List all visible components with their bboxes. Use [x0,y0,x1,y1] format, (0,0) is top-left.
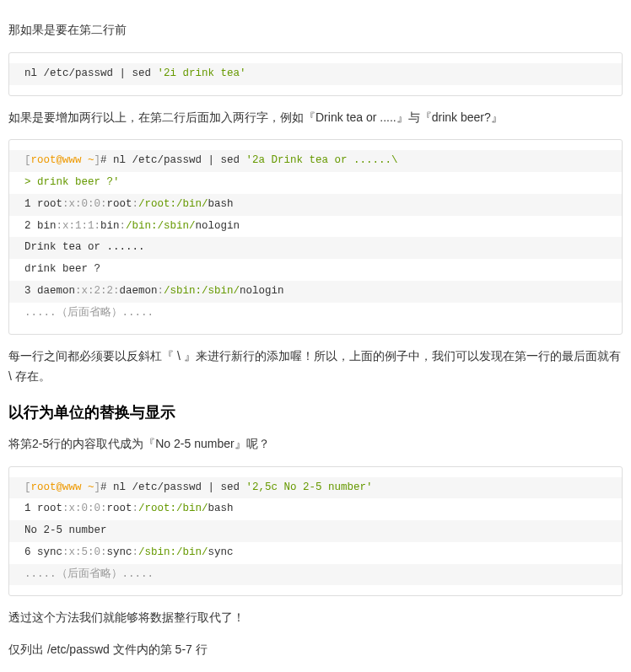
code-line: nl /etc/passwd | sed '2i drink tea' [9,63,622,85]
paragraph: 仅列出 /etc/passwd 文件内的第 5-7 行 [8,640,623,660]
section-heading: 以行为单位的替换与显示 [8,402,623,422]
code-line: 3 daemon:x:2:2:daemon:/sbin:/sbin/nologi… [9,281,622,303]
code-line: drink beer ? [9,259,622,281]
code-line: Drink tea or ...... [9,237,622,259]
code-string: '2i drink tea' [158,67,246,79]
paragraph: 将第2-5行的内容取代成为『No 2-5 number』呢？ [8,434,623,454]
paragraph: 那如果是要在第二行前 [8,20,623,40]
code-line: No 2-5 number [9,520,622,542]
code-line: 1 root:x:0:0:root:/root:/bin/bash [9,194,622,216]
code-line: 6 sync:x:5:0:sync:/sbin:/bin/sync [9,542,622,564]
paragraph: 如果是要增加两行以上，在第二行后面加入两行字，例如『Drink tea or .… [8,108,623,128]
paragraph: 每一行之间都必须要以反斜杠『 \ 』来进行新行的添加喔！所以，上面的例子中，我们… [8,347,623,387]
paragraph: 透过这个方法我们就能够将数据整行取代了！ [8,608,623,628]
code-block-1: nl /etc/passwd | sed '2i drink tea' [8,52,623,96]
code-line: .....（后面省略）..... [9,303,622,325]
code-line: > drink beer ?' [9,172,622,194]
code-line: 1 root:x:0:0:root:/root:/bin/bash [9,498,622,520]
code-line: .....（后面省略）..... [9,564,622,586]
code-block-2: [root@www ~]# nl /etc/passwd | sed '2a D… [8,139,623,335]
code-line: 2 bin:x:1:1:bin:/bin:/sbin/nologin [9,216,622,238]
code-block-3: [root@www ~]# nl /etc/passwd | sed '2,5c… [8,466,623,597]
code-line: [root@www ~]# nl /etc/passwd | sed '2,5c… [9,477,622,499]
code-text: nl /etc/passwd | sed [24,67,158,79]
code-line: [root@www ~]# nl /etc/passwd | sed '2a D… [9,150,622,172]
